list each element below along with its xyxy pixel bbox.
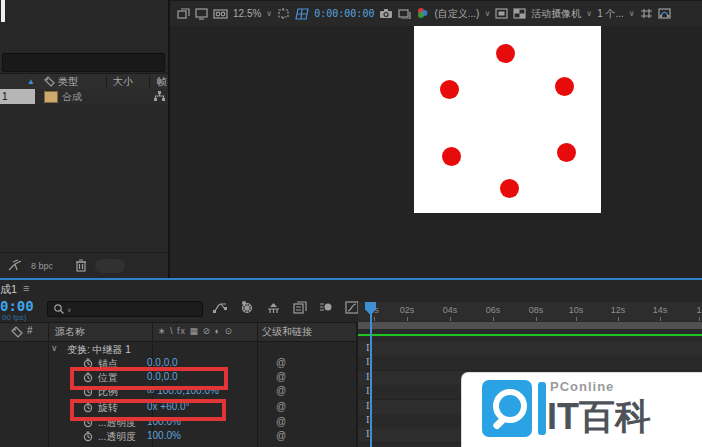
stopwatch-icon[interactable] [83, 431, 93, 442]
timeline-search-input[interactable]: ∨ [47, 301, 203, 317]
project-thumbnail [1, 0, 5, 22]
main-viewer-icon[interactable] [195, 8, 208, 20]
chevron-down-icon[interactable]: ∨ [484, 9, 490, 18]
project-panel-footer: 8 bpc [0, 252, 168, 278]
label-color-column-icon[interactable] [44, 76, 55, 87]
after-effects-window: ▲ 类型 大小 帧 1 合成 8 bpc [0, 0, 702, 447]
column-number[interactable]: # [27, 325, 33, 336]
watermark-brand: PConline [550, 379, 614, 394]
project-item-row[interactable]: 1 合成 [0, 89, 168, 104]
project-panel: ▲ 类型 大小 帧 1 合成 8 bpc [0, 0, 168, 278]
ruler-tick-label: 10s [569, 305, 584, 315]
red-dot [496, 44, 515, 63]
ruler-tick-label: 06s [486, 305, 501, 315]
composition-icon [44, 91, 58, 103]
pickwhip-icon[interactable]: @ [276, 371, 286, 382]
project-search-input[interactable] [2, 53, 165, 72]
chevron-down-icon[interactable]: ∨ [629, 9, 635, 18]
chevron-down-icon: ∨ [67, 306, 71, 313]
trash-icon[interactable] [75, 259, 87, 272]
magnification-dropdown[interactable]: 12.5% [233, 8, 261, 19]
project-item-type: 合成 [62, 90, 82, 104]
red-dot [442, 147, 461, 166]
camera-view-dropdown[interactable]: 活动摄像机 [531, 7, 581, 21]
column-switches-icons[interactable]: ∗ \ fx ▦ ⊘ ◐ ⊙ [158, 326, 233, 336]
property-label: ...透明度 [98, 430, 136, 444]
shy-layers-icon[interactable] [266, 301, 281, 314]
red-dot [557, 143, 576, 162]
column-divider[interactable] [106, 75, 107, 88]
transparency-grid-icon[interactable] [295, 8, 309, 20]
pickwhip-icon[interactable]: @ [276, 430, 286, 441]
ruler-tick-label: 14s [653, 305, 668, 315]
property-value[interactable]: 100.0% [147, 430, 181, 441]
sort-ascending-icon[interactable]: ▲ [27, 77, 35, 86]
watermark-title: IT百科 [547, 393, 651, 442]
red-dot [555, 77, 574, 96]
pickwhip-icon[interactable]: @ [276, 401, 286, 412]
exposure-layout-dropdown[interactable]: (自定义...) [434, 7, 479, 21]
project-flowchart-button[interactable] [95, 259, 125, 273]
transform-group-row[interactable]: ∨ 变换: 中继器 1 [0, 343, 358, 357]
watermark-card: PConline IT百科 [462, 373, 702, 447]
red-dot [500, 179, 519, 198]
ruler-tick-label: 08s [529, 305, 544, 315]
mask-visibility-icon[interactable] [658, 8, 671, 19]
interpret-footage-icon[interactable] [8, 259, 23, 272]
timeline-tab-label[interactable]: 成1 [0, 282, 17, 297]
property-row-end-opacity[interactable]: ...透明度 100.0% @ [0, 430, 358, 444]
project-item-name[interactable]: 1 [0, 89, 35, 104]
show-channel-icon[interactable] [416, 7, 429, 21]
search-icon [53, 303, 65, 315]
region-of-interest-icon[interactable] [277, 8, 290, 19]
label-color-column-icon[interactable] [11, 326, 23, 338]
fast-previews-icon[interactable] [495, 8, 508, 19]
motion-blur-icon[interactable] [319, 301, 333, 313]
chevron-down-icon[interactable]: ∨ [266, 9, 272, 18]
playhead-line[interactable] [370, 302, 372, 447]
pickwhip-icon[interactable]: @ [276, 385, 286, 396]
group-label: 变换: 中继器 1 [67, 343, 131, 357]
watermark-ribbon [538, 382, 546, 435]
composition-network-icon [153, 90, 166, 102]
comp-canvas[interactable] [414, 26, 601, 213]
preview-timecode[interactable]: 0:00:00:00 [314, 8, 374, 19]
column-source-name[interactable]: 源名称 [55, 325, 85, 339]
track-row[interactable] [358, 342, 702, 357]
pickwhip-icon[interactable]: @ [276, 416, 286, 427]
track-row[interactable] [358, 356, 702, 371]
column-size[interactable]: 大小 [113, 75, 133, 89]
pixel-aspect-icon[interactable] [513, 8, 526, 19]
ruler-tick-label: 02s [400, 305, 415, 315]
current-timecode[interactable]: 0:00 [0, 298, 34, 314]
ruler-tick-label: 12s [611, 305, 626, 315]
composition-panel: 12.5% ∨ 0:00:00:00 (自定义...) ∨ [168, 0, 702, 278]
show-snapshot-icon[interactable] [398, 8, 411, 19]
frame-rate-label: 00 fps) [2, 313, 26, 322]
graph-editor-icon[interactable] [345, 301, 359, 314]
frame-blending-icon[interactable] [293, 301, 307, 314]
view-count-dropdown[interactable]: 1 个... [597, 7, 624, 21]
ruler-tick-label: 04s [443, 305, 458, 315]
stereo-viewer-icon[interactable] [213, 8, 228, 20]
chevron-down-icon[interactable]: ∨ [586, 9, 592, 18]
watermark-logo [482, 380, 532, 437]
column-type[interactable]: 类型 [58, 75, 78, 89]
column-divider[interactable] [149, 75, 150, 88]
bit-depth-button[interactable]: 8 bpc [31, 261, 53, 271]
column-parent-link[interactable]: 父级和链接 [262, 325, 312, 339]
draft-3d-icon[interactable] [240, 300, 254, 314]
column-frame-rate[interactable]: 帧 [157, 75, 167, 89]
snapshot-camera-icon[interactable] [379, 8, 393, 19]
collapse-chevron-icon[interactable]: ∨ [51, 343, 58, 353]
time-ruler[interactable]: 0s02s04s06s08s10s12s14s1 [358, 302, 702, 322]
panel-menu-icon[interactable]: ≡ [23, 282, 29, 294]
always-preview-icon[interactable] [177, 8, 190, 20]
layer-list-header: # 源名称 ∗ \ fx ▦ ⊘ ◐ ⊙ 父级和链接 [0, 322, 358, 342]
composition-mini-flowchart-icon[interactable] [212, 301, 228, 314]
grid-guides-icon[interactable] [640, 8, 653, 19]
timeline-toolbar [212, 300, 359, 314]
rendered-frames-indicator [358, 334, 702, 336]
pickwhip-icon[interactable]: @ [276, 357, 286, 368]
comp-toolbar: 12.5% ∨ 0:00:00:00 (自定义...) ∨ [170, 0, 702, 26]
